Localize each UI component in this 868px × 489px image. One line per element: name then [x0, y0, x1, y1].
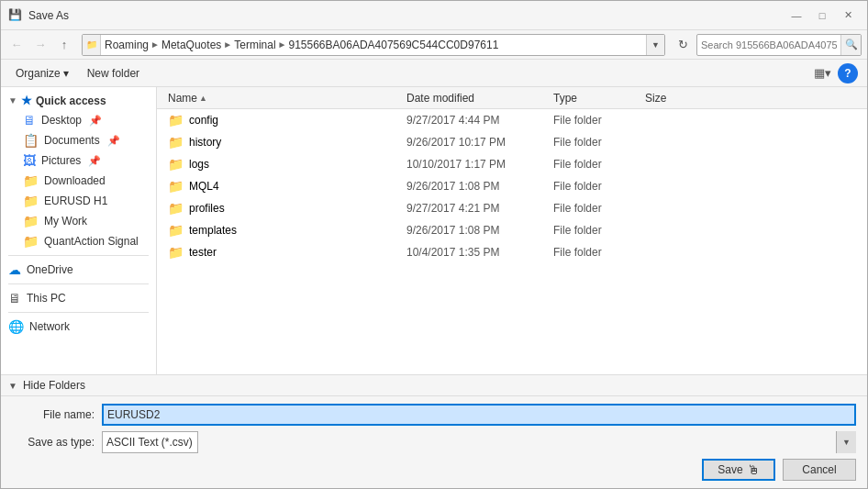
breadcrumb-metaquotes[interactable]: MetaQuotes: [161, 39, 221, 51]
onedrive-icon: ☁: [8, 262, 21, 277]
save-as-dialog: 💾 Save As — □ ✕ ← → ↑ 📁 Roaming ► MetaQu…: [0, 0, 868, 489]
sidebar-item-eurusd[interactable]: 📁 EURUSD H1: [1, 191, 156, 211]
organize-toolbar: Organize ▾ New folder ▦▾ ?: [1, 60, 867, 87]
help-button[interactable]: ?: [838, 63, 858, 83]
sidebar-item-desktop[interactable]: 🖥 Desktop 📌: [1, 110, 156, 130]
back-button[interactable]: ←: [6, 35, 27, 55]
sidebar-item-mywork[interactable]: 📁 My Work: [1, 211, 156, 231]
dialog-icon: 💾: [8, 8, 23, 23]
sidebar-item-desktop-label: Desktop: [41, 114, 82, 127]
pictures-icon: 🖼: [23, 153, 36, 168]
breadcrumb-roaming[interactable]: Roaming: [105, 39, 149, 51]
organize-button[interactable]: Organize ▾: [10, 63, 74, 83]
filename-row: File name:: [12, 404, 856, 426]
sidebar-item-quantaction[interactable]: 📁 QuantAction Signal: [1, 231, 156, 251]
quantaction-icon: 📁: [23, 234, 39, 249]
minimize-button[interactable]: —: [785, 6, 808, 25]
table-row[interactable]: 📁 config 9/27/2017 4:44 PM File folder: [157, 109, 867, 131]
forward-button[interactable]: →: [30, 35, 50, 55]
view-options-button[interactable]: ▦▾: [812, 63, 832, 83]
sidebar-item-pictures[interactable]: 🖼 Pictures 📌: [1, 150, 156, 171]
folder-icon: 📁: [168, 157, 184, 172]
save-button[interactable]: Save 🖱: [702, 459, 775, 481]
savetype-dropdown-icon: ▼: [836, 431, 856, 453]
table-row[interactable]: 📁 history 9/26/2017 10:17 PM File folder: [157, 131, 867, 153]
file-row-date: 9/26/2017 10:17 PM: [406, 136, 553, 149]
savetype-label: Save as type:: [12, 436, 95, 449]
sidebar-item-eurusd-label: EURUSD H1: [44, 194, 107, 207]
file-row-type: File folder: [553, 158, 645, 171]
sidebar-item-onedrive-label: OneDrive: [27, 263, 73, 276]
savetype-wrapper: ASCII Text (*.csv) ▼: [102, 431, 856, 453]
search-icon[interactable]: 🔍: [840, 34, 861, 56]
documents-pin-icon: 📌: [107, 135, 120, 147]
dialog-title: Save As: [28, 9, 785, 22]
window-controls: — □ ✕: [785, 6, 860, 25]
column-header-type[interactable]: Type: [553, 92, 645, 105]
sidebar-quick-access-header[interactable]: ▼ ★ Quick access: [1, 91, 156, 110]
breadcrumb: Roaming ► MetaQuotes ► Terminal ► 915566…: [101, 39, 646, 51]
column-header-name[interactable]: Name ▲: [168, 92, 406, 105]
breadcrumb-id[interactable]: 915566BA06ADA407569C544CC0D97611: [288, 39, 498, 51]
sidebar-item-documents[interactable]: 📋 Documents 📌: [1, 130, 156, 150]
table-row[interactable]: 📁 logs 10/10/2017 1:17 PM File folder: [157, 153, 867, 175]
refresh-button[interactable]: ↻: [673, 35, 693, 55]
address-folder-icon: 📁: [83, 34, 101, 56]
new-folder-button[interactable]: New folder: [82, 63, 145, 83]
maximize-button[interactable]: □: [810, 6, 834, 25]
column-header-date[interactable]: Date modified: [406, 92, 553, 105]
quick-access-expand-icon: ▼: [8, 95, 17, 106]
file-row-type: File folder: [553, 180, 645, 193]
hide-folders-arrow-icon: ▼: [8, 381, 17, 391]
network-icon: 🌐: [8, 319, 24, 334]
file-row-type: File folder: [553, 224, 645, 237]
sidebar-divider-2: [8, 283, 149, 284]
sidebar: ▼ ★ Quick access 🖥 Desktop 📌 📋 Documents…: [1, 87, 157, 374]
file-row-type: File folder: [553, 202, 645, 215]
sidebar-item-downloaded[interactable]: 📁 Downloaded: [1, 171, 156, 191]
file-row-date: 9/26/2017 1:08 PM: [406, 224, 553, 237]
table-row[interactable]: 📁 templates 9/26/2017 1:08 PM File folde…: [157, 219, 867, 241]
savetype-select[interactable]: ASCII Text (*.csv): [102, 431, 198, 453]
address-dropdown-btn[interactable]: ▼: [646, 34, 664, 56]
address-bar[interactable]: 📁 Roaming ► MetaQuotes ► Terminal ► 9155…: [82, 34, 665, 56]
breadcrumb-terminal[interactable]: Terminal: [234, 39, 275, 51]
save-button-label: Save: [718, 463, 742, 476]
sidebar-item-network[interactable]: 🌐 Network: [1, 317, 156, 337]
organize-dropdown-icon: ▾: [63, 67, 69, 80]
sidebar-quick-access-label: Quick access: [36, 94, 106, 107]
cancel-button[interactable]: Cancel: [783, 459, 856, 481]
column-header-size[interactable]: Size: [645, 92, 718, 105]
filename-input[interactable]: [102, 404, 856, 426]
thispc-icon: 🖥: [8, 291, 21, 306]
sidebar-quick-access-section: ▼ ★ Quick access 🖥 Desktop 📌 📋 Documents…: [1, 91, 156, 251]
organize-label: Organize: [16, 67, 61, 80]
file-name-label: templates: [189, 224, 237, 237]
table-row[interactable]: 📁 profiles 9/27/2017 4:21 PM File folder: [157, 197, 867, 219]
search-input[interactable]: [697, 39, 840, 50]
eurusd-icon: 📁: [23, 194, 39, 208]
sidebar-divider-1: [8, 255, 149, 256]
savetype-row: Save as type: ASCII Text (*.csv) ▼: [12, 431, 856, 453]
folder-icon: 📁: [168, 135, 184, 150]
file-name-label: tester: [189, 246, 217, 259]
filename-label: File name:: [12, 408, 95, 421]
folder-icon: 📁: [168, 113, 184, 128]
table-row[interactable]: 📁 MQL4 9/26/2017 1:08 PM File folder: [157, 175, 867, 197]
file-row-type: File folder: [553, 114, 645, 127]
hide-folders-label: Hide Folders: [23, 379, 85, 392]
file-name-label: MQL4: [189, 180, 219, 193]
close-button[interactable]: ✕: [836, 6, 860, 25]
main-content: ▼ ★ Quick access 🖥 Desktop 📌 📋 Documents…: [1, 87, 867, 374]
file-row-name: 📁 config: [168, 113, 406, 128]
file-row-date: 10/4/2017 1:35 PM: [406, 246, 553, 259]
table-row[interactable]: 📁 tester 10/4/2017 1:35 PM File folder: [157, 241, 867, 263]
sidebar-item-onedrive[interactable]: ☁ OneDrive: [1, 260, 156, 280]
up-button[interactable]: ↑: [54, 35, 74, 55]
file-name-label: config: [189, 114, 218, 127]
save-cursor-icon: 🖱: [747, 462, 760, 477]
file-list: 📁 config 9/27/2017 4:44 PM File folder 📁…: [157, 109, 867, 374]
sidebar-item-thispc[interactable]: 🖥 This PC: [1, 288, 156, 308]
hide-folders-toggle[interactable]: ▼ Hide Folders: [1, 374, 867, 395]
titlebar: 💾 Save As — □ ✕: [1, 1, 867, 30]
